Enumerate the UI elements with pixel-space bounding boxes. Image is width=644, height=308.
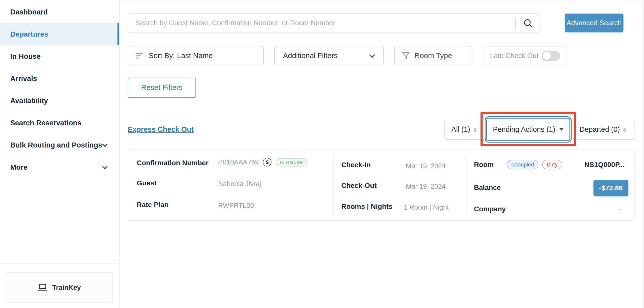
rate-plan-value: RWPRTL00	[218, 201, 254, 210]
reservation-card[interactable]: Confirmation Number P010AAA769 $ IN HOUS…	[128, 150, 635, 220]
in-house-badge: IN HOUSE	[276, 158, 307, 166]
confirmation-number-value: P010AAA769	[218, 158, 259, 166]
sidebar: Dashboard Departures In House Arrivals A…	[0, 0, 120, 308]
scrollbar-track[interactable]	[643, 0, 644, 308]
tab-pending-actions[interactable]: Pending Actions (1)	[484, 116, 572, 143]
chevron-down-icon	[369, 52, 375, 58]
room-type-label: Room Type	[414, 51, 452, 60]
sort-arrows-icon	[623, 127, 626, 132]
trainkey-label: TrainKey	[52, 283, 81, 291]
sort-arrows-icon	[474, 127, 477, 132]
advanced-search-label: Advanced Search	[566, 19, 622, 27]
laptop-icon	[38, 283, 47, 291]
sidebar-divider	[0, 263, 120, 263]
sidebar-item-label: In House	[10, 52, 40, 60]
late-checkout-label: Late Check Out	[490, 52, 538, 60]
reset-filters-label: Reset Filters	[141, 84, 182, 92]
company-value: --	[618, 206, 622, 213]
room-number-value: NS1Q000P...	[584, 161, 625, 169]
guest-label: Guest	[137, 179, 156, 187]
tab-all-label: All (1)	[451, 125, 470, 134]
sidebar-item-arrivals[interactable]: Arrivals	[0, 67, 119, 90]
confirmation-number-label: Confirmation Number	[137, 159, 208, 167]
page: Dashboard Departures In House Arrivals A…	[0, 0, 644, 308]
search-bar	[128, 14, 540, 32]
dirty-status-badge: Dirty	[542, 160, 562, 169]
guest-value: Nabeela Jivraj	[218, 180, 261, 188]
sidebar-item-label: More	[10, 163, 28, 171]
balance-label: Balance	[474, 184, 501, 192]
toggle-knob	[543, 52, 551, 60]
room-label: Room	[474, 161, 494, 169]
sidebar-item-label: Availability	[10, 97, 48, 105]
sidebar-item-label: Dashboard	[10, 8, 48, 16]
search-divider	[516, 18, 516, 29]
sidebar-item-label: Arrivals	[10, 75, 37, 83]
sidebar-item-label: Bulk Routing and Postings	[10, 141, 102, 149]
balance-badge: -$72.66	[594, 180, 628, 196]
sidebar-item-search-reservations[interactable]: Search Reservations	[0, 112, 119, 134]
sidebar-item-in-house[interactable]: In House	[0, 45, 119, 67]
tab-departed-label: Departed (0)	[580, 125, 620, 134]
sidebar-item-label: Search Reservations	[10, 119, 82, 127]
reset-filters-button[interactable]: Reset Filters	[128, 78, 196, 98]
express-checkout-link[interactable]: Express Check Out	[128, 125, 194, 134]
chevron-down-icon	[102, 142, 108, 147]
additional-filters-dropdown[interactable]: Additional Filters	[274, 46, 384, 66]
rooms-nights-value: 1 Room | Night	[404, 203, 449, 211]
caret-down-icon	[559, 128, 563, 131]
late-checkout-toggle[interactable]	[542, 50, 560, 61]
trainkey-button[interactable]: TrainKey	[6, 272, 113, 302]
late-checkout-control: Late Check Out	[483, 46, 566, 66]
additional-filters-label: Additional Filters	[283, 51, 338, 60]
rooms-nights-label: Rooms | Nights	[341, 203, 392, 211]
tab-all[interactable]: All (1)	[451, 120, 477, 140]
rate-plan-label: Rate Plan	[137, 201, 168, 209]
filter-funnel-icon	[402, 52, 410, 59]
tab-departed[interactable]: Departed (0)	[580, 120, 626, 140]
express-checkout-label: Express Check Out	[128, 125, 194, 134]
advanced-search-button[interactable]: Advanced Search	[565, 14, 624, 32]
search-icon[interactable]	[523, 19, 533, 29]
sort-by-label: Sort By: Last Name	[149, 51, 213, 60]
check-out-label: Check-Out	[341, 182, 376, 190]
chevron-down-icon	[102, 164, 108, 169]
check-out-value: Mar 19, 2024	[406, 182, 446, 190]
occupied-status-badge: Occupied	[507, 160, 538, 169]
sidebar-item-dashboard[interactable]: Dashboard	[0, 1, 119, 23]
search-input[interactable]	[128, 14, 502, 32]
company-label: Company	[474, 205, 506, 213]
sidebar-item-departures[interactable]: Departures	[0, 23, 119, 45]
sidebar-item-bulk-routing[interactable]: Bulk Routing and Postings	[0, 134, 119, 156]
check-in-value: Mar 19, 2024	[406, 161, 446, 170]
room-status-pills: Occupied Dirty	[507, 160, 562, 169]
folio-dollar-icon[interactable]: $	[263, 158, 272, 166]
sidebar-item-availability[interactable]: Availability	[0, 90, 119, 112]
room-type-button[interactable]: Room Type	[394, 46, 472, 66]
card-divider	[333, 155, 334, 215]
check-in-label: Check-In	[341, 161, 370, 169]
sort-by-button[interactable]: Sort By: Last Name	[128, 46, 264, 66]
sidebar-item-label: Departures	[10, 30, 48, 38]
confirmation-number-row: P010AAA769 $ IN HOUSE	[218, 158, 307, 166]
card-divider	[466, 155, 467, 215]
tab-pending-actions-label: Pending Actions (1)	[493, 125, 555, 134]
sort-icon	[136, 52, 143, 59]
sidebar-item-more[interactable]: More	[0, 156, 119, 178]
main-content: Advanced Search Sort By: Last Name Addit…	[120, 0, 644, 308]
